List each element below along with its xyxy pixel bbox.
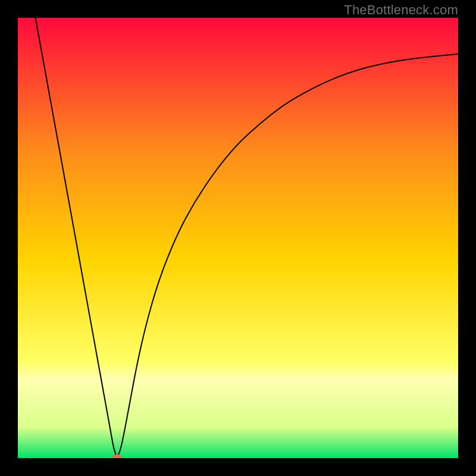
watermark-text: TheBottleneck.com (344, 2, 458, 18)
plot-area (18, 18, 458, 458)
minimum-marker (112, 455, 122, 458)
bottleneck-curve (18, 18, 458, 458)
outer-black-frame: TheBottleneck.com (0, 0, 476, 476)
